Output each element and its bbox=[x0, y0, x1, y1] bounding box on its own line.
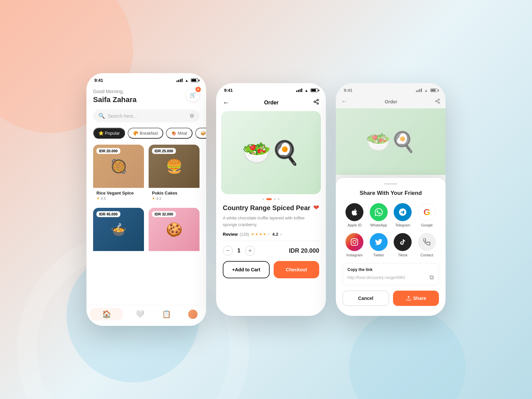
review-row: Review (120) ★ ★ ★ ★ ★ 4.2 › bbox=[223, 232, 319, 241]
food-detail-image: 🥗🍳 bbox=[221, 111, 321, 194]
heart-icon: 🤍 bbox=[135, 310, 144, 319]
quantity-value: 1 bbox=[237, 248, 240, 254]
food-card-2[interactable]: 🍔 IDR 25.000 Pukis Cakes ★ 4.2 bbox=[149, 145, 200, 203]
whatsapp-icon bbox=[370, 203, 388, 221]
cart-button[interactable]: 🛒 0 bbox=[186, 88, 200, 101]
food-card-3[interactable]: 🍲 IDR 45.000 bbox=[93, 208, 144, 257]
decrease-quantity[interactable]: − bbox=[223, 246, 233, 256]
nav-favorites[interactable]: 🤍 bbox=[126, 309, 153, 319]
filter-icon[interactable]: ⚙ bbox=[190, 113, 194, 119]
share-tiktok[interactable]: Tiktok bbox=[394, 233, 412, 257]
signal-icon bbox=[177, 78, 183, 82]
food-info-3 bbox=[93, 251, 144, 257]
tiktok-icon bbox=[394, 233, 412, 251]
quantity-price-row: − 1 + IDR 20.000 bbox=[223, 246, 319, 256]
svg-point-6 bbox=[436, 100, 437, 102]
signal-icon-2 bbox=[296, 88, 302, 92]
share-telegram[interactable]: Telegram bbox=[394, 203, 412, 227]
status-bar-2: 9:41 ▲ bbox=[216, 83, 326, 95]
star-2: ★ bbox=[255, 232, 258, 236]
favorite-button[interactable]: ❤ bbox=[313, 203, 319, 212]
dot-4[interactable] bbox=[278, 198, 280, 200]
contact-icon bbox=[418, 233, 436, 251]
bottom-navigation: 🏠 🤍 📋 bbox=[86, 305, 206, 326]
google-icon: G bbox=[418, 203, 436, 221]
dot-2[interactable] bbox=[266, 198, 272, 200]
copy-link-row: http://food.di/country-range/#983 ⧉ bbox=[347, 274, 434, 281]
svg-point-5 bbox=[438, 99, 440, 100]
wifi-icon-2: ▲ bbox=[305, 88, 308, 92]
food-info-4 bbox=[149, 251, 200, 257]
order-header: ← Order bbox=[216, 95, 326, 111]
phone-home: 9:41 ▲ Good Morning, Saifa Zahara bbox=[86, 73, 206, 326]
review-score: 4.2 bbox=[272, 232, 278, 237]
twitter-icon bbox=[370, 233, 388, 251]
checkout-button[interactable]: Checkout bbox=[274, 261, 319, 278]
food-rating-2: ★ 4.2 bbox=[152, 196, 196, 200]
quantity-control: − 1 + bbox=[223, 246, 255, 256]
search-placeholder: Search here... bbox=[108, 113, 187, 119]
link-url: http://food.di/country-range/#983 bbox=[347, 275, 427, 280]
share-button-3[interactable] bbox=[435, 98, 440, 105]
add-to-cart-button[interactable]: +Add to Cart bbox=[223, 261, 270, 278]
share-contact[interactable]: Contact bbox=[418, 233, 436, 257]
food-price-4: IDR 32.000 bbox=[152, 211, 176, 217]
food-price-1: IDR 20.000 bbox=[96, 148, 120, 154]
share-twitter[interactable]: Twitter bbox=[370, 233, 388, 257]
share-sheet: Share With Your Friend Apple ID bbox=[336, 178, 446, 316]
nav-orders[interactable]: 📋 bbox=[153, 309, 180, 319]
increase-quantity[interactable]: + bbox=[245, 246, 255, 256]
rating-value-1: 4.5 bbox=[101, 197, 106, 200]
copy-link-label: Copy the link bbox=[347, 267, 434, 272]
share-button[interactable] bbox=[313, 99, 319, 106]
wifi-icon-3: ▲ bbox=[424, 88, 428, 92]
cat-breakfast[interactable]: 🥐 Breakfast bbox=[128, 128, 163, 139]
star-4: ★ bbox=[263, 232, 266, 236]
cat-popular[interactable]: ⭐ Popular bbox=[93, 128, 125, 139]
greeting-text: Good Morning, bbox=[93, 89, 137, 94]
search-bar[interactable]: 🔍 Search here... ⚙ bbox=[93, 109, 200, 122]
review-count: (120) bbox=[240, 232, 249, 237]
nav-home[interactable]: 🏠 bbox=[90, 308, 123, 321]
cancel-button[interactable]: Cancel bbox=[342, 291, 389, 306]
status-bar-1: 9:41 ▲ bbox=[86, 73, 206, 85]
svg-point-7 bbox=[438, 102, 440, 103]
back-button[interactable]: ← bbox=[223, 99, 229, 106]
cat-snack[interactable]: 🥪 Snack bbox=[195, 128, 206, 139]
food-card-1[interactable]: 🥘 IDR 20.000 Rice Vegant Spice ★ 4.5 bbox=[93, 145, 144, 203]
cat-meal[interactable]: 🍖 Meal bbox=[166, 128, 193, 139]
nav-profile[interactable] bbox=[180, 309, 206, 319]
google-label: Google bbox=[421, 223, 433, 227]
review-label: Review bbox=[223, 232, 238, 237]
share-google[interactable]: G Google bbox=[418, 203, 436, 227]
food-detail-header: Country Range Spiced Pear ❤ bbox=[223, 203, 319, 212]
dot-1[interactable] bbox=[262, 198, 264, 200]
stars-row: ★ ★ ★ ★ ★ bbox=[251, 232, 270, 236]
instagram-icon bbox=[345, 233, 363, 251]
food-card-4[interactable]: 🍪 IDR 32.000 bbox=[149, 208, 200, 257]
copy-icon[interactable]: ⧉ bbox=[430, 274, 434, 281]
share-apple[interactable]: Apple ID bbox=[345, 203, 363, 227]
food-detail-name: Country Range Spiced Pear bbox=[223, 204, 310, 212]
share-instagram[interactable]: Instagram bbox=[345, 233, 363, 257]
phone-share: 9:41 ▲ ← Order bbox=[336, 83, 446, 316]
tiktok-label: Tiktok bbox=[398, 253, 408, 257]
share-action-buttons: Cancel Share bbox=[342, 291, 439, 306]
phone1-content: Good Morning, Saifa Zahara 🛒 0 🔍 Search … bbox=[86, 85, 206, 257]
star-icon-2: ★ bbox=[152, 196, 155, 200]
svg-point-0 bbox=[317, 99, 319, 101]
share-label: Share bbox=[413, 296, 426, 301]
share-final-button[interactable]: Share bbox=[393, 291, 439, 306]
cart-badge: 0 bbox=[196, 87, 201, 92]
svg-point-2 bbox=[317, 103, 319, 104]
food-price-3: IDR 45.000 bbox=[96, 211, 120, 217]
image-dots bbox=[216, 198, 326, 200]
chevron-right-icon: › bbox=[280, 232, 282, 237]
back-button-3[interactable]: ← bbox=[341, 98, 347, 105]
share-whatsapp[interactable]: WhatsApp bbox=[370, 203, 388, 227]
svg-line-4 bbox=[315, 100, 317, 101]
dot-3[interactable] bbox=[274, 198, 276, 200]
telegram-icon bbox=[394, 203, 412, 221]
food-bg-image: 🥗🍳 bbox=[336, 108, 446, 175]
wifi-icon: ▲ bbox=[185, 78, 189, 82]
